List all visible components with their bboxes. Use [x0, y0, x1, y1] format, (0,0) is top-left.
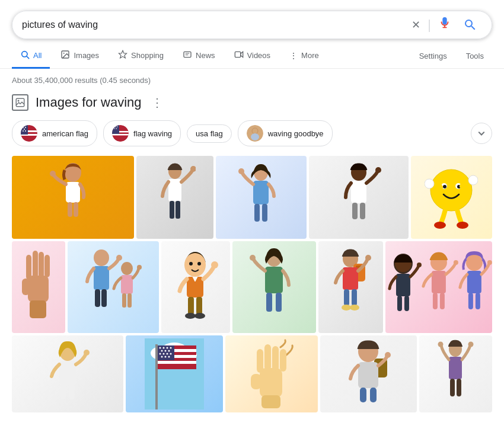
grid-cell-dad-daughter[interactable] — [68, 241, 159, 333]
svg-point-59 — [468, 175, 478, 185]
tab-news[interactable]: News — [174, 44, 224, 69]
chip-american-flag-label: american flag — [42, 129, 88, 138]
svg-point-105 — [417, 263, 422, 267]
tools-link[interactable]: Tools — [458, 46, 492, 66]
svg-point-157 — [385, 352, 391, 358]
grid-cell-chubby-boy[interactable] — [320, 335, 417, 412]
images-section-title: Images for waving — [36, 95, 142, 110]
svg-rect-68 — [30, 300, 46, 318]
svg-rect-49 — [351, 181, 366, 203]
svg-point-20 — [25, 130, 26, 132]
mic-icon[interactable] — [438, 17, 451, 33]
svg-rect-85 — [196, 297, 202, 315]
svg-point-80 — [189, 262, 193, 265]
grid-cell-boy-wave[interactable] — [309, 156, 409, 239]
svg-rect-65 — [39, 252, 44, 278]
svg-point-110 — [454, 260, 458, 265]
images-header: Images for waving ⋮ — [0, 89, 504, 116]
svg-rect-34 — [66, 182, 80, 203]
svg-point-3 — [63, 53, 65, 54]
svg-point-145 — [165, 356, 167, 358]
grid-cell-boy-backpack[interactable] — [318, 241, 383, 333]
tab-images-label: Images — [74, 51, 99, 60]
svg-point-133 — [160, 347, 161, 349]
grid-cell-woman-blue[interactable] — [216, 156, 307, 239]
svg-rect-148 — [257, 349, 263, 373]
svg-rect-78 — [127, 293, 132, 308]
grid-cell-hand[interactable] — [12, 241, 65, 333]
image-grid — [0, 153, 504, 417]
chip-american-flag[interactable]: american flag — [12, 120, 97, 146]
img-placeholder — [318, 241, 383, 333]
chips-expand-button[interactable] — [471, 123, 492, 144]
img-placeholder — [161, 241, 230, 333]
grid-cell-man-wave[interactable] — [136, 156, 213, 239]
svg-rect-111 — [433, 292, 438, 309]
grid-cell-woman-arms-raised[interactable] — [419, 335, 492, 412]
search-input[interactable]: pictures of waving — [22, 20, 412, 30]
nav-right: Settings Tools — [411, 46, 492, 66]
img-placeholder — [12, 241, 65, 333]
settings-link[interactable]: Settings — [411, 46, 455, 66]
svg-point-26 — [115, 126, 116, 127]
grid-cell-cartoon-group[interactable] — [385, 241, 492, 333]
svg-rect-107 — [404, 295, 409, 311]
svg-point-79 — [184, 253, 206, 277]
svg-rect-99 — [352, 289, 357, 306]
svg-rect-66 — [44, 255, 50, 277]
svg-rect-44 — [253, 181, 269, 204]
svg-rect-98 — [344, 289, 349, 306]
svg-point-27 — [117, 126, 118, 127]
svg-point-120 — [84, 350, 90, 356]
svg-point-56 — [443, 185, 446, 188]
grid-row-2 — [12, 241, 492, 333]
img-placeholder — [320, 335, 417, 412]
img-placeholder — [419, 335, 492, 412]
chip-flag-waving[interactable]: flag waving — [103, 120, 181, 146]
svg-rect-116 — [468, 292, 473, 309]
chip-usa-flag[interactable]: usa flag — [187, 124, 232, 143]
tab-images[interactable]: Images — [52, 44, 107, 69]
tab-shopping[interactable]: Shopping — [110, 44, 172, 69]
svg-rect-73 — [101, 289, 107, 307]
clear-icon[interactable]: ✕ — [412, 18, 420, 31]
svg-point-69 — [94, 249, 109, 266]
grid-cell-girl-wave[interactable] — [12, 156, 134, 239]
section-more-options[interactable]: ⋮ — [151, 95, 163, 110]
svg-point-140 — [160, 353, 161, 355]
svg-marker-4 — [119, 50, 126, 58]
tab-videos[interactable]: Videos — [226, 44, 279, 69]
search-box: pictures of waving ✕ | — [12, 11, 492, 39]
svg-rect-75 — [121, 275, 133, 294]
svg-point-32 — [251, 133, 259, 140]
svg-point-16 — [23, 127, 24, 128]
svg-rect-64 — [33, 251, 38, 278]
svg-rect-42 — [176, 201, 180, 219]
tab-shopping-label: Shopping — [131, 51, 164, 60]
search-button[interactable] — [458, 13, 482, 37]
svg-rect-41 — [170, 201, 174, 219]
svg-rect-151 — [280, 349, 286, 372]
svg-rect-72 — [95, 289, 100, 307]
chip-waving-goodbye[interactable]: waving goodbye — [238, 120, 333, 146]
svg-point-162 — [438, 342, 444, 347]
grid-cell-emoji[interactable] — [411, 156, 492, 239]
svg-rect-153 — [261, 395, 280, 408]
search-bar-area: pictures of waving ✕ | — [0, 0, 504, 39]
divider: | — [428, 17, 431, 33]
grid-cell-flag[interactable] — [126, 335, 223, 412]
tab-all[interactable]: All — [12, 44, 50, 69]
tab-more[interactable]: ⋮ More — [281, 45, 327, 68]
svg-rect-23 — [112, 134, 129, 136]
grid-cell-wave-emoji[interactable] — [225, 335, 318, 412]
svg-rect-127 — [155, 344, 158, 409]
img-placeholder — [12, 156, 134, 239]
chip-waving-goodbye-label: waving goodbye — [268, 129, 324, 138]
svg-rect-147 — [260, 368, 282, 398]
grid-cell-blonde-woman[interactable] — [12, 335, 123, 412]
grid-cell-cartoon-boy[interactable] — [161, 241, 230, 333]
svg-rect-67 — [22, 279, 30, 295]
grid-cell-woman-green[interactable] — [232, 241, 316, 333]
svg-rect-47 — [262, 204, 267, 222]
svg-rect-106 — [397, 295, 402, 311]
